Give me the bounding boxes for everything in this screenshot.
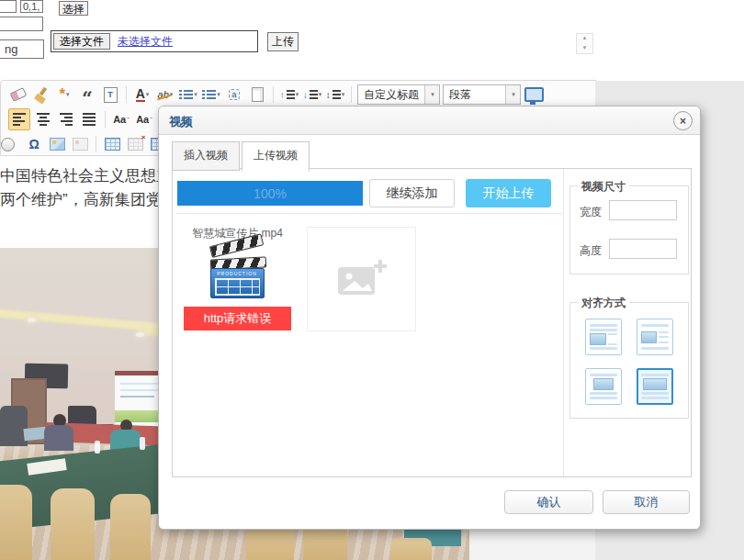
unordered-list-icon[interactable]: ▾ xyxy=(201,84,221,105)
align-left-icon[interactable] xyxy=(8,108,30,130)
dialog-header[interactable]: 视频 × xyxy=(159,106,700,135)
align-center-icon[interactable] xyxy=(33,109,53,129)
height-label: 高度 xyxy=(580,243,602,259)
insert-table-icon[interactable] xyxy=(102,134,122,154)
align-option-left-icon[interactable] xyxy=(585,319,622,355)
photo-shape xyxy=(50,138,65,151)
fullscreen-icon[interactable] xyxy=(524,84,544,105)
brush-shape xyxy=(34,87,49,103)
align-right-icon[interactable] xyxy=(56,109,76,129)
ng-input[interactable] xyxy=(0,39,44,59)
align-fieldset: 对齐方式 xyxy=(569,302,689,419)
toolbar-separator xyxy=(126,86,127,103)
start-upload-button[interactable]: 开始上传 xyxy=(466,179,551,207)
align-image-thumb xyxy=(593,378,614,390)
align-bars-shape xyxy=(60,113,73,126)
blockquote-icon[interactable]: “ xyxy=(77,84,97,105)
align-bars-shape xyxy=(37,113,50,126)
paragraph-spacing-bottom-icon[interactable]: ↓▾ xyxy=(302,84,322,105)
align-justify-icon[interactable] xyxy=(79,109,99,129)
uploaded-file-item[interactable]: 智慧城宣传片.mp4 PRODUCTION http请求错误 xyxy=(184,226,291,330)
height-input[interactable] xyxy=(609,239,677,259)
close-icon[interactable]: × xyxy=(673,111,693,130)
add-file-placeholder[interactable] xyxy=(307,227,416,331)
paragraph-combobox[interactable]: 段落 ▾ xyxy=(443,84,521,105)
ordered-list-icon[interactable]: ▾ xyxy=(178,84,198,105)
choose-file-button[interactable]: 选择文件 xyxy=(53,33,110,50)
list-lines-shape xyxy=(184,90,193,100)
stepper-up-icon[interactable]: ▲ xyxy=(577,34,592,44)
number-stepper: ▲ ▼ xyxy=(576,33,593,54)
panel-divider xyxy=(563,169,564,476)
table-grid-gray-shape: × xyxy=(128,138,143,151)
align-line xyxy=(590,347,617,350)
align-line xyxy=(590,397,617,399)
upload-button[interactable]: 上传 xyxy=(267,32,299,51)
http-error-badge: http请求错误 xyxy=(184,307,291,330)
heading-combobox[interactable]: 自定义标题 ▾ xyxy=(357,84,440,105)
autotypeset-icon[interactable]: *▾ xyxy=(54,84,74,105)
tab-insert-video[interactable]: 插入视频 xyxy=(172,141,240,171)
lines-shape xyxy=(287,90,295,100)
align-image-row xyxy=(641,331,669,343)
circle-icon[interactable] xyxy=(1,134,21,154)
video-dialog: 视频 × 插入视频 上传视频 100% 继续添加 开始上传 智慧城宣传片.mp4 xyxy=(158,106,701,530)
tab-upload-video[interactable]: 上传视频 xyxy=(242,141,310,172)
list-lines-shape xyxy=(207,90,216,100)
quote-glyph: “ xyxy=(82,95,93,102)
partial-input[interactable] xyxy=(0,0,17,13)
screenshot-icon[interactable] xyxy=(47,134,67,154)
align-line xyxy=(641,324,669,327)
case-down-mark: ˇ xyxy=(150,116,152,124)
continue-add-button[interactable]: 继续添加 xyxy=(369,179,455,207)
width-input[interactable] xyxy=(609,200,677,220)
confirm-button[interactable]: 确认 xyxy=(504,490,593,514)
highlight-icon[interactable]: ab▾ xyxy=(155,84,175,105)
eraser-icon[interactable] xyxy=(8,84,28,105)
case-up-mark: ˆ xyxy=(127,116,130,124)
paragraph-spacing-top-icon[interactable]: ↑▾ xyxy=(279,84,299,105)
select-button[interactable]: 选择 xyxy=(59,1,88,16)
clapper-body-shape: PRODUCTION xyxy=(210,268,265,298)
upload-panel: 100% 继续添加 开始上传 智慧城宣传片.mp4 PRODUCTION htt… xyxy=(172,168,692,477)
align-option-block-icon-selected[interactable] xyxy=(637,368,673,405)
stepper-down-icon[interactable]: ▼ xyxy=(577,44,592,54)
coords-input[interactable] xyxy=(20,0,43,13)
page-shape xyxy=(252,87,264,102)
align-line xyxy=(641,374,669,376)
align-image-thumb xyxy=(643,378,667,390)
combo-caret-button[interactable]: ▾ xyxy=(424,85,439,104)
toolbar-separator xyxy=(273,86,274,103)
lines-shape xyxy=(310,90,318,100)
combo-caret-button[interactable]: ▾ xyxy=(505,85,520,104)
format-painter-icon[interactable] xyxy=(31,84,51,105)
arrow-down-glyph: ↓ xyxy=(303,90,308,100)
caret-down-icon: ▾ xyxy=(194,91,197,98)
caret-down-icon: ▾ xyxy=(66,91,70,98)
empty-input[interactable] xyxy=(0,17,43,31)
anchor-glyph: a xyxy=(229,89,239,100)
align-line xyxy=(590,374,617,376)
toolbar-row-1: *▾ “ T A▾ ab▾ ▾ ▾ a ↑▾ ↓▾ ↕▾ 自定义标题 ▾ 段落 … xyxy=(8,84,544,106)
anchor-icon[interactable]: a xyxy=(224,84,244,105)
lines-shape xyxy=(333,90,341,100)
line-height-icon[interactable]: ↕▾ xyxy=(325,84,345,105)
align-option-center-icon[interactable] xyxy=(585,368,622,405)
align-bars-shape xyxy=(83,113,96,126)
word-image-icon[interactable] xyxy=(70,134,90,154)
cancel-button[interactable]: 取消 xyxy=(603,490,690,514)
delete-table-icon[interactable]: × xyxy=(125,134,145,154)
video-size-fieldset: 视频尺寸 宽度 高度 xyxy=(569,185,689,274)
wand-glyph: * xyxy=(59,90,65,99)
paste-plain-icon[interactable]: T xyxy=(100,84,120,105)
align-line xyxy=(590,324,617,327)
new-page-icon[interactable] xyxy=(247,84,267,105)
align-line xyxy=(641,397,669,399)
lowercase-icon[interactable]: Aaˇ xyxy=(134,109,154,129)
font-color-icon[interactable]: A▾ xyxy=(132,84,152,105)
caret-down-icon: ▾ xyxy=(217,91,220,98)
toolbar-separator xyxy=(105,111,106,128)
special-char-icon[interactable]: Ω xyxy=(24,134,44,154)
uppercase-icon[interactable]: Aaˆ xyxy=(111,109,131,129)
align-option-right-icon[interactable] xyxy=(637,319,673,355)
